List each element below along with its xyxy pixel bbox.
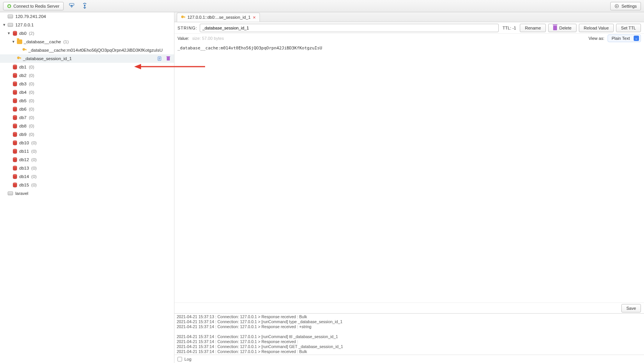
- ttl-display: TTL: -1: [501, 26, 518, 30]
- content-pane: 127.0.0.1::db0:...se_session_id_1 × STRI…: [174, 12, 644, 363]
- database-icon: [12, 90, 18, 95]
- db-label: db4: [19, 90, 26, 95]
- svg-point-7: [616, 5, 618, 7]
- svg-point-5: [84, 5, 85, 6]
- server-item[interactable]: 120.79.241.204: [0, 12, 174, 21]
- key-name: _database_session_id_1: [23, 56, 72, 61]
- trash-icon[interactable]: [166, 56, 171, 61]
- sidebar: 120.79.241.204 ▼ 127.0.0.1 ▼ db0 (2) ▼ _…: [0, 12, 174, 363]
- db-item[interactable]: db6(0): [0, 105, 174, 113]
- db-item[interactable]: db2(0): [0, 71, 174, 80]
- key-name: _database__cache:m014vt0Eho56jQO3pqOrpn4…: [28, 48, 163, 52]
- db-item[interactable]: db3(0): [0, 80, 174, 88]
- svg-rect-10: [166, 56, 170, 57]
- db-count: (0): [31, 174, 37, 179]
- database-icon: [12, 157, 18, 162]
- type-label: STRING:: [177, 26, 197, 30]
- set-ttl-button[interactable]: Set TTL: [616, 24, 641, 32]
- folder-count: (1): [63, 39, 69, 44]
- db-item[interactable]: db1(0): [0, 63, 174, 71]
- db-item[interactable]: db12(0): [0, 155, 174, 164]
- trash-icon: [553, 26, 557, 30]
- db-count: (0): [29, 115, 34, 120]
- value-size: size: 57.00 bytes: [192, 36, 224, 41]
- database-icon: [12, 132, 18, 137]
- key-name-input[interactable]: [200, 24, 499, 32]
- db-count: (2): [29, 31, 34, 36]
- db-item[interactable]: db13(0): [0, 164, 174, 172]
- tab[interactable]: 127.0.0.1::db0:...se_session_id_1 ×: [177, 13, 260, 22]
- server-item[interactable]: ▼ 127.0.0.1: [0, 21, 174, 29]
- key-icon: [22, 48, 27, 52]
- key-header: STRING: TTL: -1 Rename Delete Reload Val…: [174, 22, 644, 34]
- db-item[interactable]: db4(0): [0, 88, 174, 96]
- db-item[interactable]: db7(0): [0, 113, 174, 122]
- plus-icon: [7, 4, 11, 8]
- folder-name: _database__cache: [24, 39, 61, 44]
- database-icon: [12, 98, 18, 103]
- connect-label: Connect to Redis Server: [13, 4, 59, 8]
- server-host: 127.0.0.1: [15, 23, 34, 27]
- db-label: db12: [19, 157, 29, 162]
- db-count: (0): [31, 157, 37, 162]
- database-icon: [12, 64, 18, 70]
- db-item[interactable]: ▼ db0 (2): [0, 29, 174, 38]
- database-icon: [12, 73, 18, 78]
- import-button[interactable]: [67, 2, 77, 10]
- log-output[interactable]: 2021-04-21 15:37:13 : Connection: 127.0.…: [174, 314, 644, 355]
- key-icon: [17, 56, 21, 61]
- server-icon: [8, 23, 13, 27]
- export-button[interactable]: [80, 2, 90, 10]
- database-icon: [12, 106, 18, 112]
- folder-icon: [17, 39, 22, 44]
- db-label: db14: [19, 174, 29, 179]
- close-icon[interactable]: ×: [253, 15, 256, 20]
- value-textarea[interactable]: _database__cache:m014vt0Eho56jQO3pqOrpn4…: [174, 43, 644, 302]
- db-item[interactable]: db8(0): [0, 122, 174, 130]
- save-button[interactable]: Save: [621, 304, 641, 312]
- delete-button[interactable]: Delete: [548, 24, 577, 32]
- caret-down-icon: ▼: [12, 40, 15, 44]
- connect-button[interactable]: Connect to Redis Server: [3, 2, 64, 10]
- import-icon: [69, 3, 75, 10]
- caret-down-icon: ▼: [7, 31, 11, 35]
- server-host: laravel: [15, 191, 28, 196]
- tabs-bar: 127.0.0.1::db0:...se_session_id_1 ×: [174, 12, 644, 22]
- db-item[interactable]: db5(0): [0, 96, 174, 105]
- db-item[interactable]: db9(0): [0, 130, 174, 139]
- log-checkbox[interactable]: [177, 357, 182, 361]
- db-count: (0): [31, 166, 37, 170]
- database-icon: [12, 81, 18, 87]
- db-item[interactable]: db15(0): [0, 181, 174, 189]
- database-icon: [12, 182, 18, 188]
- db-label: db0: [19, 31, 26, 36]
- db-label: db13: [19, 166, 29, 170]
- log-label: Log: [184, 357, 191, 361]
- db-label: db10: [19, 141, 29, 145]
- database-icon: [12, 165, 18, 171]
- reload-button[interactable]: Reload Value: [579, 24, 614, 32]
- db-label: db8: [19, 124, 26, 128]
- db-item[interactable]: db11(0): [0, 147, 174, 155]
- log-panel: 2021-04-21 15:37:13 : Connection: 127.0.…: [174, 313, 644, 363]
- db-count: (0): [31, 149, 37, 154]
- db-label: db7: [19, 115, 26, 120]
- viewas-select[interactable]: Plain Text ⌄: [608, 34, 641, 42]
- database-icon: [12, 174, 18, 179]
- db-count: (0): [29, 82, 34, 86]
- db-label: db15: [19, 183, 29, 187]
- settings-button[interactable]: Settings: [610, 2, 641, 10]
- db-item[interactable]: db14(0): [0, 172, 174, 181]
- key-item[interactable]: _database__cache:m014vt0Eho56jQO3pqOrpn4…: [0, 46, 174, 54]
- folder-item[interactable]: ▼ _database__cache (1): [0, 38, 174, 46]
- server-host: 120.79.241.204: [15, 14, 46, 19]
- key-item-selected[interactable]: _database_session_id_1: [0, 54, 174, 63]
- edit-icon[interactable]: [157, 56, 163, 61]
- rename-button[interactable]: Rename: [520, 24, 546, 32]
- value-meta-row: Value: size: 57.00 bytes View as: Plain …: [174, 34, 644, 43]
- server-item[interactable]: laravel: [0, 189, 174, 198]
- db-item[interactable]: db10(0): [0, 139, 174, 147]
- toolbar: Connect to Redis Server Settings: [0, 0, 644, 12]
- database-icon: [12, 149, 18, 154]
- db-label: db9: [19, 132, 26, 137]
